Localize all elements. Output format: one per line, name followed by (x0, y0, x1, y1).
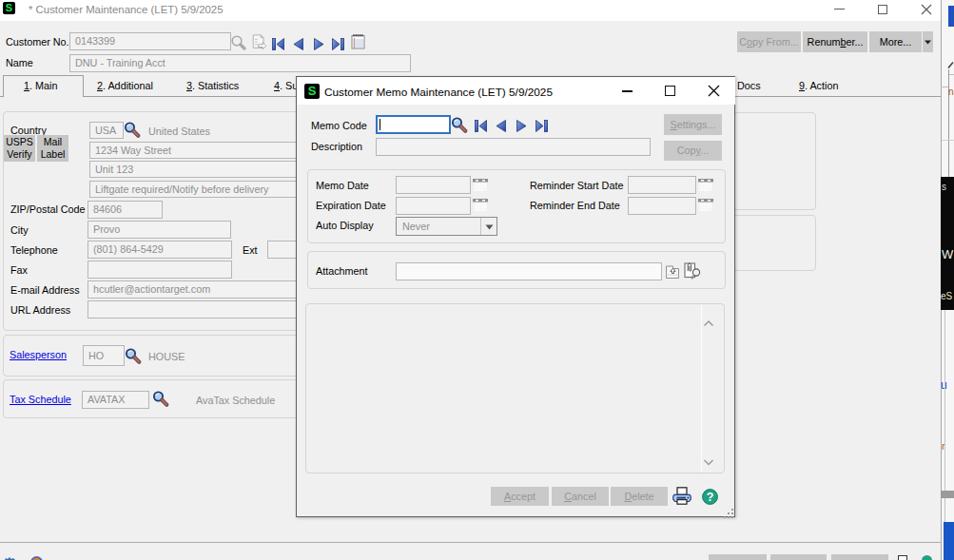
svg-text:?: ? (707, 491, 714, 504)
